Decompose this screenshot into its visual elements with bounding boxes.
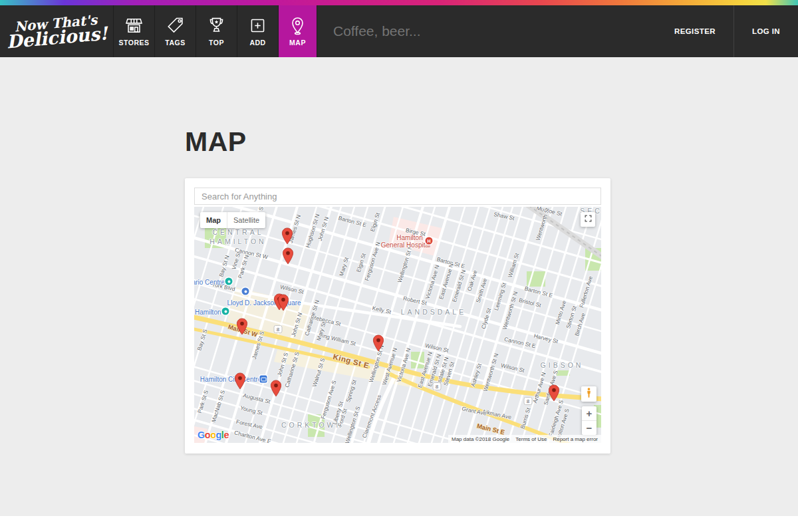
map-type-control: Map Satellite [200,212,265,228]
header-search-input[interactable] [317,23,656,39]
map-marker[interactable] [283,247,294,265]
google-logo-letter: e [223,430,229,440]
map-marker[interactable] [237,318,248,335]
nav-item-map[interactable]: MAP [278,5,317,57]
map-marker[interactable] [271,380,282,397]
zoom-in-button[interactable]: + [582,406,597,420]
map-data-text: Map data ©2018 Google [452,436,509,442]
map-marker[interactable] [549,384,560,402]
nav-label-add: ADD [249,39,265,47]
map-marker[interactable] [278,294,289,311]
map-search-input[interactable] [194,188,601,205]
store-icon [124,16,144,35]
map-pin-icon [288,16,307,35]
map-canvas[interactable]: CENTRALHAMILTONLANDSDALEGIBSONCORKTOWNSE… [194,207,601,443]
map-markers-layer [194,207,601,443]
nav-item-tags[interactable]: TAGS [154,5,196,57]
map-type-satellite-button[interactable]: Satellite [227,212,265,228]
google-logo-letter: G [198,430,205,440]
nav-item-top[interactable]: TOP [196,5,237,57]
map-attribution: Map data ©2018 Google Terms of Use Repor… [448,435,601,443]
fullscreen-button[interactable] [581,212,595,227]
nav-item-stores[interactable]: STORES [113,5,154,57]
page-title: MAP [185,126,247,158]
google-logo[interactable]: Google [198,430,229,440]
add-icon [248,16,267,35]
nav-item-add[interactable]: ADD [237,5,278,57]
fullscreen-icon [584,213,593,225]
map-marker[interactable] [235,372,246,390]
top-gradient-bar [0,0,798,5]
tag-icon [166,16,185,35]
pegman-icon [584,387,594,401]
trophy-icon [207,16,226,35]
main-nav: STORES TAGS [113,5,317,57]
register-link[interactable]: REGISTER [656,5,733,57]
terms-of-use-link[interactable]: Terms of Use [515,436,547,442]
map-marker[interactable] [373,334,384,352]
header-links: REGISTER LOG IN [656,5,798,57]
report-map-error-link[interactable]: Report a map error [553,436,598,442]
map-card: CENTRALHAMILTONLANDSDALEGIBSONCORKTOWNSE… [185,178,610,454]
page-content: MAP [0,57,798,516]
google-logo-letter: o [205,430,210,440]
page: Now That's Delicious! STORES [0,0,798,532]
login-link[interactable]: LOG IN [734,5,798,57]
map-marker[interactable] [282,227,293,245]
google-logo-letter: o [210,430,215,440]
zoom-control: + − [582,406,597,435]
zoom-out-button[interactable]: − [582,421,597,435]
nav-label-stores: STORES [119,39,150,47]
map-type-map-button[interactable]: Map [200,212,227,228]
pegman-button[interactable] [581,386,597,402]
header: Now That's Delicious! STORES [0,5,798,57]
nav-label-tags: TAGS [165,39,185,47]
nav-label-map: MAP [289,39,306,47]
header-search [317,5,656,57]
google-logo-letter: g [216,430,221,440]
site-logo[interactable]: Now That's Delicious! [0,1,115,63]
footer-strip [0,516,798,532]
nav-label-top: TOP [209,39,224,47]
